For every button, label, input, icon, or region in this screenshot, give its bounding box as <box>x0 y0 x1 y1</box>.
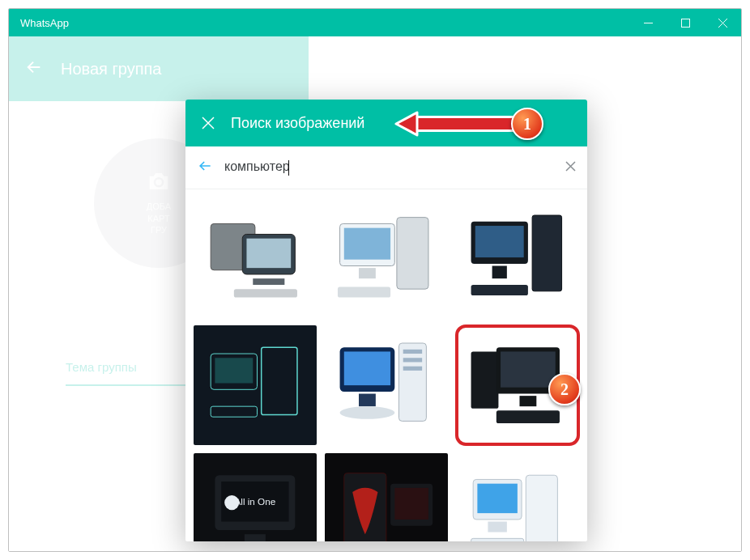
svg-marker-50 <box>396 112 417 135</box>
svg-point-28 <box>340 406 395 419</box>
result-5[interactable] <box>325 325 448 445</box>
svg-rect-9 <box>344 228 390 260</box>
result-1[interactable] <box>194 197 317 317</box>
modal-title: Поиск изображений <box>231 115 364 132</box>
search-input[interactable]: компьютер <box>224 159 554 175</box>
svg-rect-32 <box>520 396 537 406</box>
svg-point-37 <box>224 495 239 510</box>
svg-rect-22 <box>403 350 422 354</box>
search-back-icon[interactable] <box>197 158 213 177</box>
svg-rect-46 <box>488 521 507 532</box>
result-4[interactable] <box>194 325 317 445</box>
svg-rect-19 <box>215 358 254 383</box>
svg-text:All in One: All in One <box>235 496 276 507</box>
callout-number-1: 1 <box>523 115 531 134</box>
svg-rect-43 <box>526 475 557 541</box>
svg-rect-17 <box>262 347 297 414</box>
window-close-button[interactable] <box>704 9 741 36</box>
svg-rect-21 <box>399 343 427 421</box>
search-clear-icon[interactable] <box>565 160 576 175</box>
svg-rect-23 <box>403 358 422 362</box>
window-controls <box>629 9 741 36</box>
svg-rect-26 <box>344 351 390 385</box>
svg-rect-12 <box>532 215 561 291</box>
svg-rect-0 <box>681 19 689 27</box>
window-titlebar: WhatsApp <box>9 9 741 36</box>
result-2[interactable] <box>325 197 448 317</box>
results-grid: All in One <box>185 189 587 541</box>
window-maximize-button[interactable] <box>667 9 704 36</box>
callout-badge-1: 1 <box>511 108 543 140</box>
search-bar: компьютер <box>185 146 587 189</box>
result-3[interactable] <box>456 197 579 317</box>
svg-rect-42 <box>394 488 428 520</box>
svg-rect-31 <box>501 351 556 387</box>
svg-rect-14 <box>475 226 524 257</box>
result-7[interactable]: All in One <box>194 453 317 541</box>
callout-badge-2: 2 <box>548 373 581 405</box>
text-caret <box>288 160 289 176</box>
svg-rect-27 <box>359 393 376 406</box>
svg-rect-33 <box>496 410 560 423</box>
svg-rect-5 <box>253 278 284 285</box>
result-8[interactable] <box>325 453 448 541</box>
window-title: WhatsApp <box>20 17 69 29</box>
svg-rect-24 <box>403 367 422 371</box>
result-9[interactable] <box>456 453 579 541</box>
svg-rect-20 <box>211 406 257 417</box>
search-input-value: компьютер <box>224 159 290 173</box>
svg-rect-6 <box>234 289 297 297</box>
callout-arrow-1 <box>391 108 529 140</box>
callout-number-2: 2 <box>560 380 569 399</box>
svg-rect-16 <box>471 285 528 295</box>
modal-close-button[interactable] <box>185 100 231 146</box>
svg-rect-15 <box>492 265 507 278</box>
svg-rect-45 <box>478 484 518 513</box>
svg-rect-38 <box>245 534 266 541</box>
image-search-modal: Поиск изображений компьютер <box>185 100 587 541</box>
svg-rect-47 <box>471 538 524 541</box>
svg-rect-11 <box>338 286 390 297</box>
svg-rect-29 <box>471 351 499 408</box>
svg-rect-10 <box>359 268 376 278</box>
svg-rect-4 <box>247 239 292 268</box>
svg-rect-7 <box>397 218 428 290</box>
window-minimize-button[interactable] <box>629 9 667 36</box>
